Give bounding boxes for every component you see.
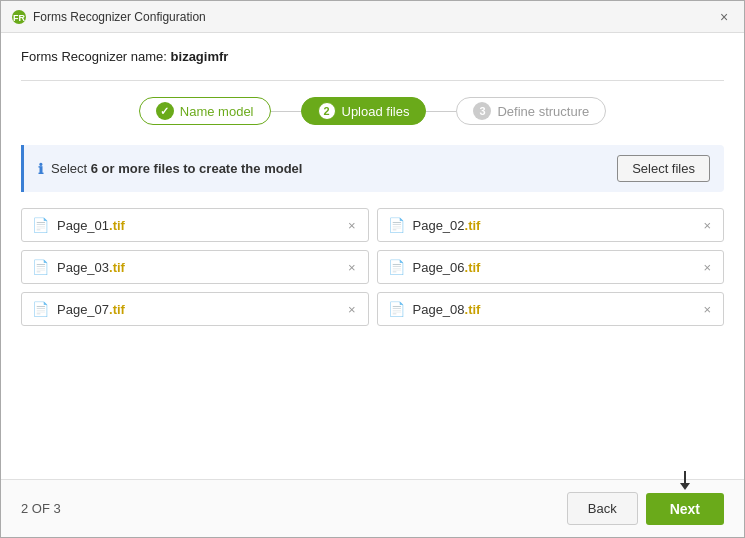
window-title: Forms Recognizer Configuration bbox=[33, 10, 714, 24]
file-remove-button[interactable]: × bbox=[701, 302, 713, 317]
select-files-button[interactable]: Select files bbox=[617, 155, 710, 182]
files-grid: 📄 Page_01.tif × 📄 Page_02.tif × 📄 Page_0… bbox=[21, 208, 724, 326]
step1-label: Name model bbox=[180, 104, 254, 119]
dialog-window: FR Forms Recognizer Configuration × Form… bbox=[0, 0, 745, 538]
titlebar: FR Forms Recognizer Configuration × bbox=[1, 1, 744, 33]
file-remove-button[interactable]: × bbox=[701, 218, 713, 233]
step2-label: Upload files bbox=[342, 104, 410, 119]
step-connector-1 bbox=[271, 111, 301, 112]
step-indicator: 2 OF 3 bbox=[21, 501, 61, 516]
file-remove-button[interactable]: × bbox=[346, 302, 358, 317]
steps-bar: ✓ Name model 2 Upload files 3 Define str… bbox=[21, 97, 724, 125]
divider bbox=[21, 80, 724, 81]
footer: 2 OF 3 Back Next bbox=[1, 479, 744, 537]
file-item: 📄 Page_03.tif × bbox=[21, 250, 369, 284]
close-button[interactable]: × bbox=[714, 7, 734, 27]
file-icon: 📄 bbox=[32, 217, 49, 233]
form-name-value: bizagimfr bbox=[171, 49, 229, 64]
file-icon: 📄 bbox=[32, 301, 49, 317]
info-bar: ℹ Select 6 or more files to create the m… bbox=[21, 145, 724, 192]
step2-number: 2 bbox=[318, 102, 336, 120]
step3-label: Define structure bbox=[497, 104, 589, 119]
file-icon: 📄 bbox=[388, 301, 405, 317]
svg-text:FR: FR bbox=[13, 13, 25, 23]
step1-number: ✓ bbox=[156, 102, 174, 120]
back-button[interactable]: Back bbox=[567, 492, 638, 525]
app-icon: FR bbox=[11, 9, 27, 25]
main-content: Forms Recognizer name: bizagimfr ✓ Name … bbox=[1, 33, 744, 479]
file-name: Page_02.tif bbox=[413, 218, 694, 233]
step-upload-files: 2 Upload files bbox=[301, 97, 427, 125]
arrow-down-indicator bbox=[680, 471, 690, 490]
step-connector-2 bbox=[426, 111, 456, 112]
file-item: 📄 Page_07.tif × bbox=[21, 292, 369, 326]
form-name-label: Forms Recognizer name: bizagimfr bbox=[21, 49, 724, 64]
file-item: 📄 Page_06.tif × bbox=[377, 250, 725, 284]
info-icon: ℹ bbox=[38, 161, 43, 177]
info-text: Select 6 or more files to create the mod… bbox=[51, 161, 302, 176]
step-define-structure: 3 Define structure bbox=[456, 97, 606, 125]
next-button-container: Next bbox=[646, 493, 724, 525]
info-bar-content: ℹ Select 6 or more files to create the m… bbox=[38, 161, 302, 177]
file-item: 📄 Page_01.tif × bbox=[21, 208, 369, 242]
file-name: Page_07.tif bbox=[57, 302, 338, 317]
next-button[interactable]: Next bbox=[646, 493, 724, 525]
file-item: 📄 Page_02.tif × bbox=[377, 208, 725, 242]
file-remove-button[interactable]: × bbox=[346, 218, 358, 233]
step-name-model: ✓ Name model bbox=[139, 97, 271, 125]
file-name: Page_01.tif bbox=[57, 218, 338, 233]
step3-number: 3 bbox=[473, 102, 491, 120]
file-remove-button[interactable]: × bbox=[346, 260, 358, 275]
file-icon: 📄 bbox=[388, 259, 405, 275]
file-icon: 📄 bbox=[32, 259, 49, 275]
footer-buttons: Back Next bbox=[567, 492, 724, 525]
file-icon: 📄 bbox=[388, 217, 405, 233]
file-item: 📄 Page_08.tif × bbox=[377, 292, 725, 326]
file-name: Page_03.tif bbox=[57, 260, 338, 275]
file-name: Page_08.tif bbox=[413, 302, 694, 317]
file-remove-button[interactable]: × bbox=[701, 260, 713, 275]
file-name: Page_06.tif bbox=[413, 260, 694, 275]
